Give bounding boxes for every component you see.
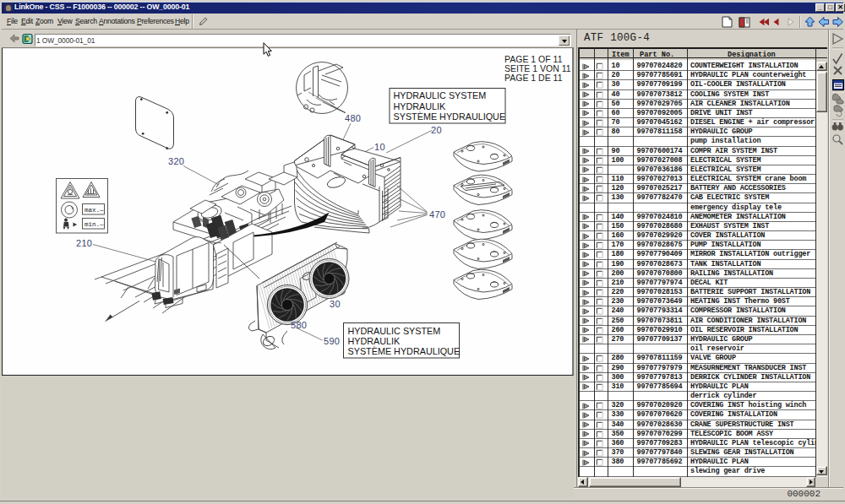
svg-text:590: 590 xyxy=(324,336,340,346)
svg-text:max.—: max.— xyxy=(84,207,104,214)
svg-text:HYDRAULIK: HYDRAULIK xyxy=(348,336,401,346)
svg-text:SYSTÈME HYDRAULIQUE: SYSTÈME HYDRAULIQUE xyxy=(348,346,461,356)
svg-text:min.—: min.— xyxy=(84,221,104,228)
svg-text:HYDRAULIK: HYDRAULIK xyxy=(394,101,447,111)
svg-text:SYSTÈME HYDRAULIQUE: SYSTÈME HYDRAULIQUE xyxy=(394,111,506,122)
svg-text:HYDRAULIC SYSTEM: HYDRAULIC SYSTEM xyxy=(394,90,487,100)
svg-text:30: 30 xyxy=(330,299,341,309)
svg-text:10: 10 xyxy=(374,142,385,152)
svg-text:HYDRAULIC SYSTEM: HYDRAULIC SYSTEM xyxy=(348,326,441,336)
svg-text:580: 580 xyxy=(291,320,307,330)
svg-text:20: 20 xyxy=(431,125,442,135)
svg-text:320: 320 xyxy=(168,156,184,166)
svg-text:210: 210 xyxy=(76,238,92,248)
svg-text:480: 480 xyxy=(345,113,361,123)
svg-text:PAGE 1 DE 11: PAGE 1 DE 11 xyxy=(504,73,563,83)
svg-text:470: 470 xyxy=(429,209,445,219)
